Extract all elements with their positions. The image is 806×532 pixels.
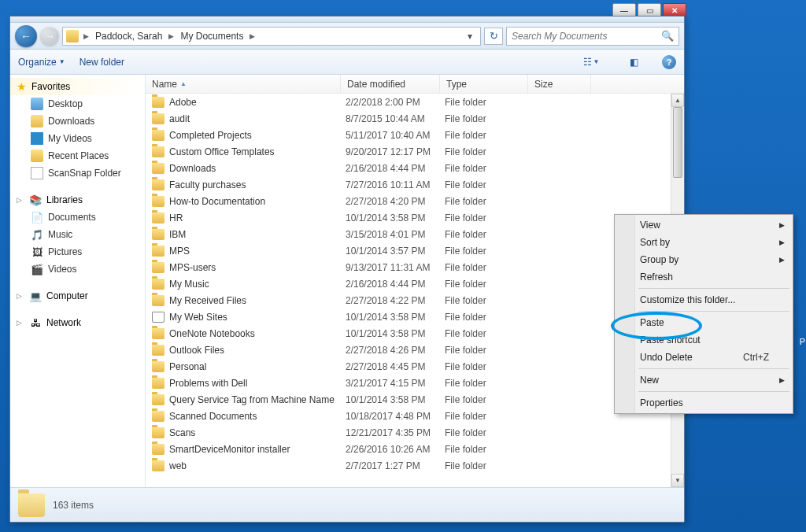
folder-icon [152,378,165,389]
expand-icon[interactable]: ▷ [17,292,22,300]
back-button[interactable]: ← [15,25,37,47]
table-row[interactable]: Adobe2/2/2018 2:00 PMFile folder [146,94,671,110]
table-row[interactable]: Custom Office Templates9/20/2017 12:17 P… [146,143,671,160]
cell-type: File folder [445,146,533,157]
favorites-header[interactable]: ★ Favorites [10,78,145,95]
table-row[interactable]: web2/7/2017 1:27 PMFile folder [146,457,671,474]
column-size[interactable]: Size [528,75,591,93]
search-field[interactable] [512,31,661,42]
table-row[interactable]: Downloads2/16/2018 4:44 PMFile folder [146,160,671,176]
search-icon[interactable]: 🔍 [661,30,674,42]
chevron-right-icon[interactable]: ▶ [165,32,177,40]
ctx-groupby[interactable]: Group by▶ [616,251,791,268]
sidebar-item[interactable]: 🎬Videos [10,260,145,278]
network-header[interactable]: ▷ 🖧 Network [10,314,145,331]
organize-menu[interactable]: Organize▼ [18,57,65,68]
cell-date: 2/26/2016 10:26 AM [346,444,445,455]
table-row[interactable]: Scanned Documents10/18/2017 4:48 PMFile … [146,408,671,424]
sidebar-item[interactable]: Desktop [10,95,145,113]
submenu-arrow-icon: ▶ [779,256,785,264]
cell-name: OneNote Notebooks [169,328,346,339]
forward-button[interactable]: → [40,27,59,46]
cell-date: 2/27/2018 4:26 PM [346,345,445,356]
folder-icon [152,97,165,108]
file-list[interactable]: Adobe2/2/2018 2:00 PMFile folderaudit8/7… [146,94,671,487]
search-input[interactable]: 🔍 [506,27,679,46]
table-row[interactable]: Query Service Tag from Machine Name10/1/… [146,391,671,408]
sidebar-item[interactable]: 🎵Music [10,226,145,243]
breadcrumb-segment[interactable]: Paddock, Sarah [94,29,164,43]
table-row[interactable]: HR10/1/2014 3:58 PMFile folder [146,209,671,226]
computer-header[interactable]: ▷ 💻 Computer [10,287,145,305]
sidebar-item[interactable]: 🖼Pictures [10,243,145,260]
ctx-refresh[interactable]: Refresh [616,268,791,286]
libraries-header[interactable]: ▷ 📚 Libraries [10,191,145,209]
cell-name: SmartDeviceMonitor installer [169,444,346,455]
column-name[interactable]: Name▲ [146,75,341,93]
table-row[interactable]: OneNote Notebooks10/1/2014 3:58 PMFile f… [146,325,671,342]
table-row[interactable]: Personal2/27/2018 4:45 PMFile folder [146,358,671,375]
cell-type: File folder [445,378,533,389]
expand-icon[interactable]: ▷ [17,319,22,327]
table-row[interactable]: MPS-users9/13/2017 11:31 AMFile folder [146,259,671,275]
ctx-undo-delete[interactable]: Undo DeleteCtrl+Z [616,349,791,366]
scroll-down-button[interactable]: ▼ [671,474,684,487]
sidebar-item[interactable]: My Videos [10,130,145,147]
table-row[interactable]: MPS10/1/2014 3:57 PMFile folder [146,242,671,259]
table-row[interactable]: Scans12/21/2017 4:35 PMFile folder [146,424,671,441]
sidebar-item[interactable]: Downloads [10,113,145,130]
titlebar[interactable] [10,17,684,23]
ctx-properties[interactable]: Properties [616,394,791,412]
cell-date: 2/27/2018 4:20 PM [346,196,445,207]
sidebar-item[interactable]: Recent Places [10,147,145,164]
ctx-paste[interactable]: Paste [616,314,791,331]
cell-name: Query Service Tag from Machine Name [169,394,346,405]
help-icon[interactable]: ? [662,55,676,69]
table-row[interactable]: audit8/7/2015 10:44 AMFile folder [146,110,671,127]
cell-type: File folder [445,444,533,455]
address-bar: ← → ▶ Paddock, Sarah ▶ My Documents ▶ ▾ … [10,23,684,50]
table-row[interactable]: IBM3/15/2018 4:01 PMFile folder [146,226,671,242]
breadcrumb-segment[interactable]: My Documents [179,29,245,43]
table-row[interactable]: My Received Files2/27/2018 4:22 PMFile f… [146,292,671,308]
submenu-arrow-icon: ▶ [779,221,785,229]
table-row[interactable]: How-to Documentation2/27/2018 4:20 PMFil… [146,193,671,209]
chevron-down-icon[interactable]: ▾ [463,31,477,42]
table-row[interactable]: My Music2/16/2018 4:44 PMFile folder [146,275,671,292]
chevron-right-icon[interactable]: ▶ [246,32,258,40]
folder-icon [152,113,165,124]
ctx-view[interactable]: View▶ [616,216,791,234]
scroll-thumb[interactable] [673,107,682,178]
table-row[interactable]: Problems with Dell3/21/2017 4:15 PMFile … [146,375,671,391]
sidebar-item[interactable]: 📄Documents [10,209,145,226]
ctx-new[interactable]: New▶ [616,371,791,389]
table-row[interactable]: My Web Sites10/1/2014 3:58 PMFile folder [146,308,671,325]
libraries-icon: 📚 [29,194,42,206]
table-row[interactable]: Outlook Files2/27/2018 4:26 PMFile folde… [146,342,671,358]
scroll-up-button[interactable]: ▲ [671,94,684,107]
refresh-button[interactable]: ↻ [484,28,503,45]
folder-icon [152,345,165,356]
context-menu: View▶ Sort by▶ Group by▶ Refresh Customi… [614,214,793,414]
table-row[interactable]: Faculty purchases7/27/2016 10:11 AMFile … [146,176,671,193]
ctx-paste-shortcut[interactable]: Paste shortcut [616,331,791,349]
ctx-customize[interactable]: Customize this folder... [616,291,791,308]
table-row[interactable]: Completed Projects5/11/2017 10:40 AMFile… [146,127,671,143]
chevron-right-icon[interactable]: ▶ [80,32,92,40]
column-type[interactable]: Type [440,75,528,93]
ctx-sortby[interactable]: Sort by▶ [616,234,791,251]
expand-icon[interactable]: ▷ [17,196,22,204]
view-options-button[interactable]: ☷ ▼ [577,54,605,71]
column-date[interactable]: Date modified [341,75,440,93]
network-label: Network [46,317,81,328]
cell-date: 10/1/2014 3:58 PM [346,312,445,323]
preview-pane-button[interactable]: ◧ [619,54,648,71]
cell-name: Scanned Documents [169,411,346,422]
cell-type: File folder [445,394,533,405]
status-bar: 163 items [10,487,684,522]
sidebar-item[interactable]: ScanSnap Folder [10,164,145,182]
breadcrumb[interactable]: ▶ Paddock, Sarah ▶ My Documents ▶ ▾ [62,27,481,46]
nav-label: Pictures [48,246,82,257]
table-row[interactable]: SmartDeviceMonitor installer2/26/2016 10… [146,441,671,457]
new-folder-button[interactable]: New folder [79,57,124,68]
